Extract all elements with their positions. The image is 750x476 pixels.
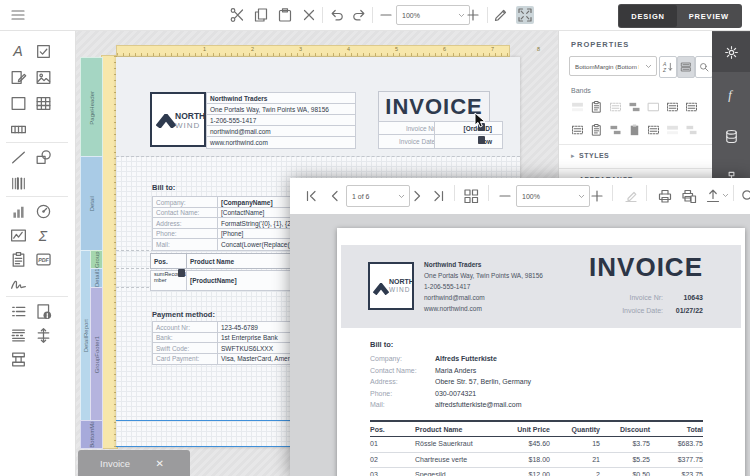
picture-box-tool-icon[interactable] (34, 68, 53, 87)
cross-band-line-tool-icon[interactable] (34, 326, 53, 345)
zoom-out-icon[interactable] (496, 187, 514, 205)
band-group-header[interactable]: GroupHeader1 (90, 250, 103, 270)
export-options-icon[interactable] (721, 191, 730, 200)
cut-icon[interactable] (228, 6, 246, 24)
prev-page-icon[interactable] (326, 187, 344, 205)
preview-zoom-value: 100% (522, 193, 540, 200)
band-detail[interactable]: Detail (80, 156, 103, 252)
zoom-select[interactable]: 100% (396, 5, 470, 25)
bill-field-label[interactable]: Mail: (152, 238, 222, 251)
formula-tool-icon[interactable]: Σ (34, 226, 53, 245)
tab-preview[interactable]: PREVIEW (677, 5, 741, 27)
properties-tab[interactable] (712, 32, 750, 72)
subreport-tool-icon[interactable] (9, 250, 28, 269)
band-page-header[interactable]: PageHeader (80, 57, 103, 158)
last-page-icon[interactable] (430, 187, 448, 205)
multipage-icon[interactable] (462, 187, 480, 205)
copy-icon[interactable] (252, 6, 270, 24)
band-icon-group-footer[interactable] (684, 99, 699, 115)
rich-text-tool-icon[interactable] (9, 68, 28, 87)
field-list-tab[interactable] (712, 116, 750, 156)
logo-control[interactable]: NORTH WIND (150, 92, 206, 147)
undo-icon[interactable] (328, 6, 346, 24)
band-icon-detail[interactable] (570, 122, 585, 138)
next-page-icon[interactable] (408, 187, 426, 205)
sort-az-button[interactable]: AZ (659, 56, 677, 78)
chart-tool-icon[interactable] (9, 202, 28, 221)
character-comb-tool-icon[interactable] (9, 120, 28, 139)
band-icon-report-footer[interactable] (608, 99, 623, 115)
invoice-date-label[interactable]: Invoice Date: (378, 134, 441, 149)
band-detail1[interactable]: Detail1 (90, 268, 103, 289)
chevron-down-icon (397, 192, 406, 201)
page-info-tool-icon[interactable] (34, 302, 53, 321)
band-icon-report-header[interactable] (589, 99, 604, 115)
search-properties-button[interactable] (695, 56, 713, 78)
band-icon-top-margin[interactable] (570, 99, 585, 115)
toolbar-divider (733, 185, 734, 201)
page-select[interactable]: 1 of 6 (346, 185, 410, 207)
table-tool-icon[interactable] (34, 94, 53, 113)
delete-icon[interactable] (300, 6, 318, 24)
print-icon[interactable] (656, 187, 674, 205)
payment-field-label[interactable]: Card Payment: (152, 353, 222, 366)
table-of-contents-tool-icon[interactable] (9, 302, 28, 321)
band-icon-sub-band[interactable] (608, 122, 623, 138)
band-bottom-margin[interactable]: BottomMargin (80, 420, 103, 449)
element-selector[interactable]: BottomMargin (Bottom Margin) (569, 56, 657, 76)
barcode-tool-icon[interactable] (9, 174, 28, 193)
menu-icon[interactable] (9, 6, 27, 24)
company-website-field[interactable]: www.northwind.com (206, 136, 356, 149)
invoice-logo: NORTH WIND (368, 262, 414, 310)
print-page-icon[interactable] (680, 187, 698, 205)
zoom-in-icon[interactable] (464, 6, 482, 24)
tab-design[interactable]: DESIGN (619, 5, 677, 27)
preview-zoom-select[interactable]: 100% (516, 185, 590, 207)
invoice-date-value: 01/27/22 (603, 307, 703, 314)
pdf-content-tool-icon[interactable]: PDF (34, 250, 53, 269)
redo-icon[interactable] (350, 6, 368, 24)
band-icon-vertical-total[interactable] (665, 122, 680, 138)
sparkline-tool-icon[interactable] (9, 226, 28, 245)
binding-chip-icon (178, 269, 185, 277)
invoice-date-field[interactable]: Now (434, 134, 503, 149)
export-icon[interactable] (704, 187, 722, 205)
panel-tool-icon[interactable] (9, 94, 28, 113)
control-toolbox: A Σ PDF (0, 30, 76, 476)
payment-method-label[interactable]: Payment method: (152, 310, 215, 319)
zoom-in-icon[interactable] (588, 187, 606, 205)
page-break-tool-icon[interactable] (9, 326, 28, 345)
validate-icon[interactable] (492, 6, 510, 24)
preview-content-area[interactable]: NORTH WIND Northwind Traders One Portals… (290, 214, 750, 476)
group-view-button[interactable] (677, 56, 695, 78)
zoom-out-icon[interactable] (377, 6, 395, 24)
band-icon-detail-report[interactable] (589, 122, 604, 138)
signature-tool-icon[interactable] (9, 274, 28, 293)
toolbox-divider (6, 142, 68, 143)
band-icon-page-footer[interactable] (646, 99, 661, 115)
band-icon-vertical-detail[interactable] (646, 122, 661, 138)
bill-to-label[interactable]: Bill to: (152, 183, 175, 192)
line-tool-icon[interactable] (9, 148, 28, 167)
print-preview-window: 1 of 6 100% (290, 178, 750, 476)
band-icon-page-header[interactable] (627, 99, 642, 115)
band-icon-group-header[interactable] (665, 99, 680, 115)
expressions-tab[interactable]: f (712, 74, 750, 114)
band-icon-vertical-header[interactable] (627, 122, 642, 138)
search-icon[interactable] (739, 187, 750, 205)
styles-section[interactable]: ▸STYLES (571, 152, 609, 160)
items-header-pos[interactable]: Pos. (150, 253, 191, 269)
fullscreen-icon[interactable] (516, 6, 534, 24)
gauge-tool-icon[interactable] (34, 202, 53, 221)
report-tab-invoice[interactable]: Invoice ✕ (78, 450, 190, 476)
close-icon[interactable]: ✕ (156, 458, 164, 469)
cross-band-box-tool-icon[interactable] (9, 350, 28, 369)
band-icon-extra[interactable] (684, 122, 699, 138)
check-box-tool-icon[interactable] (34, 42, 53, 61)
binding-chip-icon (478, 136, 485, 144)
label-tool-icon[interactable]: A (9, 42, 28, 61)
first-page-icon[interactable] (302, 187, 320, 205)
band-group-footer[interactable]: GroupFooter1 (90, 287, 103, 422)
paste-icon[interactable] (276, 6, 294, 24)
shape-tool-icon[interactable] (34, 148, 53, 167)
